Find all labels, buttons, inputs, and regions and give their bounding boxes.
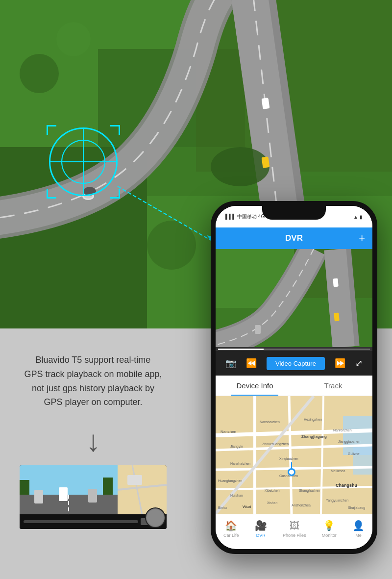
nav-dvr-label: DVR bbox=[256, 533, 266, 538]
nav-car-life[interactable]: 🏠 Car Life bbox=[223, 520, 239, 538]
add-button[interactable]: + bbox=[359, 232, 365, 245]
target-corner-bottomleft bbox=[47, 189, 56, 199]
svg-text:Binhu: Binhu bbox=[218, 506, 227, 509]
svg-text:Huangtangzhen: Huangtangzhen bbox=[218, 479, 243, 483]
phone-screen: ▌▌▌ 中国移动 4G 5:47 PM ▲ ▮ DVR + bbox=[216, 206, 372, 549]
location-icon: ▲ bbox=[353, 214, 358, 220]
tab-track[interactable]: Track bbox=[294, 376, 372, 396]
target-corner-topleft bbox=[47, 125, 56, 135]
svg-rect-25 bbox=[34, 490, 43, 503]
description-text: Bluavido T5 support real-time GPS track … bbox=[24, 353, 162, 409]
nav-me[interactable]: 👤 Me bbox=[352, 520, 365, 538]
phone-mockup: ▌▌▌ 中国移动 4G 5:47 PM ▲ ▮ DVR + bbox=[211, 201, 377, 554]
svg-text:Xibeizheh: Xibeizheh bbox=[265, 489, 280, 492]
progress-bar[interactable] bbox=[216, 347, 372, 351]
svg-rect-28 bbox=[20, 480, 29, 495]
tab-device-info-label: Device Info bbox=[236, 381, 273, 390]
fullscreen-button[interactable]: ⤢ bbox=[355, 358, 363, 369]
svg-point-18 bbox=[147, 221, 196, 270]
target-crosshair-vertical bbox=[83, 127, 84, 196]
svg-text:Nanzhen: Nanzhen bbox=[220, 429, 236, 434]
svg-point-78 bbox=[289, 470, 294, 475]
svg-text:Jiangyin: Jiangyin bbox=[230, 445, 243, 449]
progress-track[interactable] bbox=[218, 349, 370, 350]
nav-monitor-label: Monitor bbox=[322, 533, 337, 538]
nav-dvr[interactable]: 🎥 DVR bbox=[255, 520, 267, 538]
svg-text:Meilizhea: Meilizhea bbox=[331, 469, 345, 473]
progress-fill bbox=[218, 349, 264, 350]
svg-text:Shajiabaog: Shajiabaog bbox=[348, 506, 365, 510]
nav-monitor[interactable]: 💡 Monitor bbox=[322, 520, 337, 538]
carrier-text: 中国移动 4G bbox=[237, 214, 265, 219]
svg-text:Nanfenzhen: Nanfenzhen bbox=[333, 428, 352, 432]
svg-text:Xishan: Xishan bbox=[267, 501, 278, 504]
battery-icon: ▮ bbox=[360, 214, 363, 220]
svg-text:Zhangjiagang: Zhangjiagang bbox=[301, 434, 327, 439]
camera-video-icon: 🎥 bbox=[255, 520, 267, 531]
person-icon: 👤 bbox=[352, 520, 365, 531]
tab-device-info[interactable]: Device Info bbox=[216, 376, 294, 396]
carrier-signal: ▌▌▌ 中国移动 4G bbox=[225, 213, 265, 220]
nav-me-label: Me bbox=[355, 533, 362, 538]
svg-point-16 bbox=[20, 54, 59, 93]
svg-rect-39 bbox=[333, 278, 338, 287]
image-icon: 🖼 bbox=[290, 520, 299, 531]
software-screenshot bbox=[20, 465, 167, 529]
arrow-down-icon: ↓ bbox=[86, 424, 100, 458]
svg-rect-29 bbox=[103, 478, 113, 495]
signal-bars-icon: ▌▌▌ bbox=[225, 214, 236, 219]
svg-text:Wuxi: Wuxi bbox=[243, 504, 251, 509]
app-header: DVR + bbox=[216, 227, 372, 249]
status-icons: ▲ ▮ bbox=[353, 214, 363, 220]
bottom-section: Bluavido T5 support real-time GPS track … bbox=[0, 328, 392, 579]
controls-bar: 📷 ⏪ Video Capture ⏩ ⤢ bbox=[216, 351, 372, 376]
phone-notch bbox=[262, 206, 326, 220]
nav-car-life-label: Car Life bbox=[223, 533, 239, 538]
svg-rect-33 bbox=[127, 475, 142, 485]
svg-text:Gulizhe: Gulizhe bbox=[348, 452, 360, 455]
svg-text:Jianggiaozhen: Jianggiaozhen bbox=[338, 440, 360, 444]
svg-text:Huishan: Huishan bbox=[230, 494, 243, 497]
svg-rect-40 bbox=[334, 313, 339, 322]
left-content: Bluavido T5 support real-time GPS track … bbox=[0, 328, 186, 579]
target-reticle bbox=[49, 127, 118, 196]
nav-phone-files-label: Phone Files bbox=[283, 533, 306, 538]
video-area bbox=[216, 249, 372, 347]
app-tabs: Device Info Track bbox=[216, 376, 372, 396]
svg-text:Nanzhaizhen: Nanzhaizhen bbox=[230, 462, 250, 465]
nav-phone-files[interactable]: 🖼 Phone Files bbox=[283, 520, 306, 538]
map-area[interactable]: Nanzhen Nanshaizhen Hexingzhen Jiangyin … bbox=[216, 396, 372, 514]
svg-text:Changshu: Changshu bbox=[336, 483, 357, 488]
svg-text:Yangyuanzhen: Yangyuanzhen bbox=[326, 499, 348, 503]
capture-button[interactable]: Video Capture bbox=[267, 357, 325, 370]
svg-text:Nanshaizhen: Nanshaizhen bbox=[260, 420, 280, 424]
home-icon: 🏠 bbox=[225, 520, 237, 531]
target-corner-topright bbox=[110, 125, 120, 135]
svg-point-17 bbox=[56, 22, 91, 56]
app-title: DVR bbox=[285, 233, 303, 243]
svg-rect-41 bbox=[255, 325, 261, 334]
svg-rect-27 bbox=[88, 489, 97, 503]
svg-rect-44 bbox=[353, 445, 372, 475]
monitor-icon: 💡 bbox=[323, 520, 335, 531]
phone-container: ▌▌▌ 中国移动 4G 5:47 PM ▲ ▮ DVR + bbox=[191, 201, 392, 554]
bottom-nav: 🏠 Car Life 🎥 DVR 🖼 Phone Files 💡 Monitor bbox=[216, 514, 372, 543]
svg-point-9 bbox=[211, 147, 270, 186]
forward-button[interactable]: ⏩ bbox=[335, 358, 345, 369]
rewind-button[interactable]: ⏪ bbox=[246, 358, 257, 369]
svg-text:Hexingzhen: Hexingzhen bbox=[304, 418, 322, 422]
svg-text:Xinqiaozhen: Xinqiaozhen bbox=[279, 457, 298, 461]
tab-track-label: Track bbox=[324, 381, 343, 390]
svg-text:Shanghuzhen: Shanghuzhen bbox=[299, 489, 320, 493]
svg-rect-26 bbox=[59, 487, 68, 501]
target-corner-bottomright bbox=[110, 189, 120, 199]
camera-button[interactable]: 📷 bbox=[225, 358, 236, 369]
svg-text:Anzhenzhea: Anzhenzhea bbox=[292, 503, 311, 507]
svg-text:Zhouzhuangzhen: Zhouzhuangzhen bbox=[262, 442, 289, 446]
